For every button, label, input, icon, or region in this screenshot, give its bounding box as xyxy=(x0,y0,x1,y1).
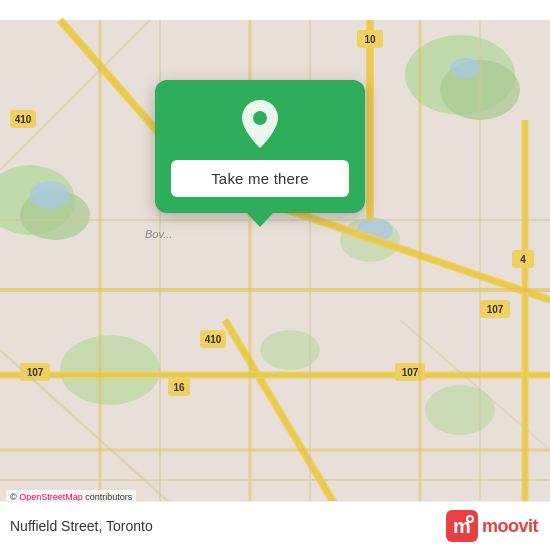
take-me-there-button[interactable]: Take me there xyxy=(171,160,349,197)
location-label: Nuffield Street, Toronto xyxy=(10,518,153,534)
svg-text:410: 410 xyxy=(15,114,32,125)
svg-point-6 xyxy=(60,335,160,405)
svg-text:410: 410 xyxy=(205,334,222,345)
bottom-bar: Nuffield Street, Toronto m moovit xyxy=(0,501,550,550)
svg-point-58 xyxy=(468,517,472,521)
svg-text:16: 16 xyxy=(173,382,185,393)
map-container[interactable]: 410 410 10 107 107 4 107 xyxy=(0,0,550,550)
svg-text:Bov...: Bov... xyxy=(145,228,172,240)
svg-text:107: 107 xyxy=(487,304,504,315)
moovit-logo[interactable]: m moovit xyxy=(446,510,538,542)
moovit-icon-svg: m xyxy=(446,510,478,542)
svg-text:4: 4 xyxy=(520,254,526,265)
moovit-label: moovit xyxy=(482,516,538,537)
svg-point-11 xyxy=(450,58,480,78)
svg-text:10: 10 xyxy=(364,34,376,45)
svg-text:107: 107 xyxy=(402,367,419,378)
svg-point-9 xyxy=(30,181,70,209)
popup-card: Take me there xyxy=(155,80,365,213)
location-pin-icon xyxy=(238,98,282,150)
location-icon-wrap xyxy=(234,98,286,150)
svg-point-54 xyxy=(253,111,267,125)
